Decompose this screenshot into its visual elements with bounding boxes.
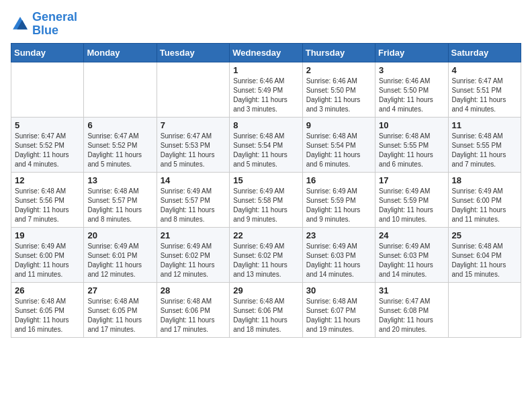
week-row-2: 5Sunrise: 6:47 AM Sunset: 5:52 PM Daylig…	[11, 117, 521, 172]
day-info: Sunrise: 6:47 AM Sunset: 5:52 PM Dayligh…	[87, 132, 152, 169]
day-number: 2	[306, 65, 371, 75]
day-number: 5	[15, 120, 80, 130]
day-info: Sunrise: 6:49 AM Sunset: 6:03 PM Dayligh…	[306, 242, 371, 279]
day-info: Sunrise: 6:46 AM Sunset: 5:50 PM Dayligh…	[306, 77, 371, 114]
calendar-cell: 31Sunrise: 6:47 AM Sunset: 6:08 PM Dayli…	[375, 282, 448, 337]
day-info: Sunrise: 6:49 AM Sunset: 6:01 PM Dayligh…	[87, 242, 152, 279]
calendar-cell: 9Sunrise: 6:48 AM Sunset: 5:54 PM Daylig…	[302, 117, 375, 172]
day-number: 3	[379, 65, 444, 75]
calendar-cell: 13Sunrise: 6:48 AM Sunset: 5:57 PM Dayli…	[84, 172, 157, 227]
day-number: 22	[233, 230, 298, 240]
day-info: Sunrise: 6:47 AM Sunset: 5:51 PM Dayligh…	[452, 77, 517, 114]
day-info: Sunrise: 6:48 AM Sunset: 5:54 PM Dayligh…	[306, 132, 371, 169]
day-info: Sunrise: 6:48 AM Sunset: 6:05 PM Dayligh…	[15, 297, 80, 334]
day-info: Sunrise: 6:48 AM Sunset: 5:54 PM Dayligh…	[233, 132, 298, 169]
weekday-header-row: SundayMondayTuesdayWednesdayThursdayFrid…	[11, 43, 521, 62]
day-number: 25	[452, 230, 517, 240]
day-number: 29	[233, 285, 298, 295]
calendar-cell: 4Sunrise: 6:47 AM Sunset: 5:51 PM Daylig…	[448, 62, 521, 117]
day-info: Sunrise: 6:48 AM Sunset: 6:05 PM Dayligh…	[87, 297, 152, 334]
calendar-cell: 25Sunrise: 6:48 AM Sunset: 6:04 PM Dayli…	[448, 227, 521, 282]
calendar-cell: 3Sunrise: 6:46 AM Sunset: 5:50 PM Daylig…	[375, 62, 448, 117]
calendar-cell	[84, 62, 157, 117]
calendar-cell: 30Sunrise: 6:48 AM Sunset: 6:07 PM Dayli…	[302, 282, 375, 337]
day-number: 14	[161, 175, 226, 185]
weekday-header-sunday: Sunday	[11, 43, 84, 62]
day-number: 11	[452, 120, 517, 130]
day-number: 12	[15, 175, 80, 185]
day-number: 7	[161, 120, 226, 130]
day-number: 1	[233, 65, 298, 75]
calendar-cell: 15Sunrise: 6:49 AM Sunset: 5:58 PM Dayli…	[230, 172, 302, 227]
calendar-cell: 5Sunrise: 6:47 AM Sunset: 5:52 PM Daylig…	[11, 117, 84, 172]
day-number: 27	[87, 285, 152, 295]
week-row-4: 19Sunrise: 6:49 AM Sunset: 6:00 PM Dayli…	[11, 227, 521, 282]
day-number: 23	[306, 230, 371, 240]
day-info: Sunrise: 6:48 AM Sunset: 5:57 PM Dayligh…	[87, 187, 152, 224]
day-info: Sunrise: 6:49 AM Sunset: 6:02 PM Dayligh…	[161, 242, 226, 279]
day-number: 28	[161, 285, 226, 295]
day-info: Sunrise: 6:49 AM Sunset: 5:59 PM Dayligh…	[379, 187, 444, 224]
day-info: Sunrise: 6:48 AM Sunset: 5:55 PM Dayligh…	[379, 132, 444, 169]
calendar-cell: 21Sunrise: 6:49 AM Sunset: 6:02 PM Dayli…	[157, 227, 229, 282]
day-number: 17	[379, 175, 444, 185]
weekday-header-thursday: Thursday	[302, 43, 375, 62]
day-info: Sunrise: 6:49 AM Sunset: 6:03 PM Dayligh…	[379, 242, 444, 279]
day-number: 18	[452, 175, 517, 185]
day-info: Sunrise: 6:46 AM Sunset: 5:50 PM Dayligh…	[379, 77, 444, 114]
page-header: General Blue	[11, 11, 521, 38]
logo: General Blue	[11, 11, 77, 38]
calendar-cell: 7Sunrise: 6:47 AM Sunset: 5:53 PM Daylig…	[157, 117, 229, 172]
day-number: 13	[87, 175, 152, 185]
calendar-cell: 27Sunrise: 6:48 AM Sunset: 6:05 PM Dayli…	[84, 282, 157, 337]
day-number: 30	[306, 285, 371, 295]
calendar-cell: 26Sunrise: 6:48 AM Sunset: 6:05 PM Dayli…	[11, 282, 84, 337]
day-number: 21	[161, 230, 226, 240]
logo-icon	[11, 15, 30, 34]
day-info: Sunrise: 6:48 AM Sunset: 6:07 PM Dayligh…	[306, 297, 371, 334]
week-row-1: 1Sunrise: 6:46 AM Sunset: 5:49 PM Daylig…	[11, 62, 521, 117]
day-info: Sunrise: 6:47 AM Sunset: 5:53 PM Dayligh…	[161, 132, 226, 169]
day-info: Sunrise: 6:47 AM Sunset: 5:52 PM Dayligh…	[15, 132, 80, 169]
day-number: 19	[15, 230, 80, 240]
day-info: Sunrise: 6:48 AM Sunset: 6:06 PM Dayligh…	[161, 297, 226, 334]
day-number: 31	[379, 285, 444, 295]
calendar-cell	[448, 282, 521, 337]
day-info: Sunrise: 6:49 AM Sunset: 6:02 PM Dayligh…	[233, 242, 298, 279]
calendar-cell: 11Sunrise: 6:48 AM Sunset: 5:55 PM Dayli…	[448, 117, 521, 172]
day-number: 24	[379, 230, 444, 240]
weekday-header-wednesday: Wednesday	[230, 43, 302, 62]
calendar-cell: 19Sunrise: 6:49 AM Sunset: 6:00 PM Dayli…	[11, 227, 84, 282]
day-number: 10	[379, 120, 444, 130]
calendar-cell: 18Sunrise: 6:49 AM Sunset: 6:00 PM Dayli…	[448, 172, 521, 227]
calendar-cell: 24Sunrise: 6:49 AM Sunset: 6:03 PM Dayli…	[375, 227, 448, 282]
weekday-header-saturday: Saturday	[448, 43, 521, 62]
calendar-cell: 22Sunrise: 6:49 AM Sunset: 6:02 PM Dayli…	[230, 227, 302, 282]
day-info: Sunrise: 6:46 AM Sunset: 5:49 PM Dayligh…	[233, 77, 298, 114]
day-info: Sunrise: 6:48 AM Sunset: 6:04 PM Dayligh…	[452, 242, 517, 279]
day-number: 15	[233, 175, 298, 185]
calendar-cell: 20Sunrise: 6:49 AM Sunset: 6:01 PM Dayli…	[84, 227, 157, 282]
calendar-cell: 12Sunrise: 6:48 AM Sunset: 5:56 PM Dayli…	[11, 172, 84, 227]
logo-text: General Blue	[32, 11, 77, 38]
day-info: Sunrise: 6:48 AM Sunset: 6:06 PM Dayligh…	[233, 297, 298, 334]
calendar-cell: 6Sunrise: 6:47 AM Sunset: 5:52 PM Daylig…	[84, 117, 157, 172]
calendar-cell	[157, 62, 229, 117]
calendar-cell: 17Sunrise: 6:49 AM Sunset: 5:59 PM Dayli…	[375, 172, 448, 227]
weekday-header-monday: Monday	[84, 43, 157, 62]
day-number: 6	[87, 120, 152, 130]
week-row-3: 12Sunrise: 6:48 AM Sunset: 5:56 PM Dayli…	[11, 172, 521, 227]
day-number: 20	[87, 230, 152, 240]
calendar-cell	[11, 62, 84, 117]
calendar-cell: 16Sunrise: 6:49 AM Sunset: 5:59 PM Dayli…	[302, 172, 375, 227]
day-number: 8	[233, 120, 298, 130]
calendar-cell: 2Sunrise: 6:46 AM Sunset: 5:50 PM Daylig…	[302, 62, 375, 117]
day-info: Sunrise: 6:49 AM Sunset: 5:57 PM Dayligh…	[161, 187, 226, 224]
calendar-cell: 8Sunrise: 6:48 AM Sunset: 5:54 PM Daylig…	[230, 117, 302, 172]
calendar-cell: 23Sunrise: 6:49 AM Sunset: 6:03 PM Dayli…	[302, 227, 375, 282]
weekday-header-tuesday: Tuesday	[157, 43, 229, 62]
calendar-cell: 29Sunrise: 6:48 AM Sunset: 6:06 PM Dayli…	[230, 282, 302, 337]
day-info: Sunrise: 6:49 AM Sunset: 5:59 PM Dayligh…	[306, 187, 371, 224]
day-info: Sunrise: 6:48 AM Sunset: 5:55 PM Dayligh…	[452, 132, 517, 169]
week-row-5: 26Sunrise: 6:48 AM Sunset: 6:05 PM Dayli…	[11, 282, 521, 337]
